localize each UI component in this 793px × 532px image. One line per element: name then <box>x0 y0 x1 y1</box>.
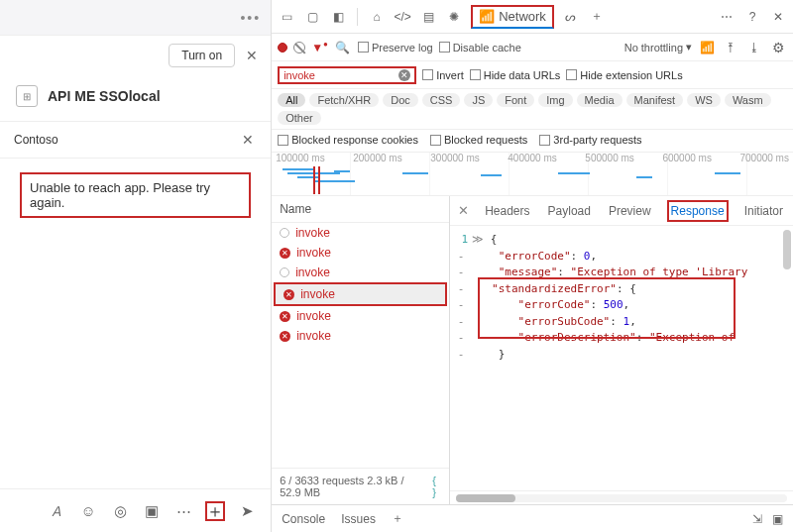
sources-icon[interactable]: ✺ <box>445 8 463 26</box>
inspect-icon[interactable]: ▭ <box>278 8 295 26</box>
filter-input[interactable] <box>283 69 383 81</box>
close-devtools-icon[interactable]: ✕ <box>769 8 787 26</box>
send-icon[interactable]: ➤ <box>237 501 257 521</box>
wifi-icon: 📶 <box>479 9 495 24</box>
hide-data-urls-checkbox[interactable]: Hide data URLs <box>470 69 561 81</box>
request-row[interactable]: ✕ invoke <box>272 306 449 326</box>
devtools-drawer: Console Issues ＋ ⇲ ▣ <box>272 504 793 532</box>
filter-toggle-icon[interactable]: ▼● <box>311 40 328 54</box>
chip-fetch-xhr[interactable]: Fetch/XHR <box>309 93 379 107</box>
turn-on-row: Turn on ✕ <box>0 36 271 77</box>
status-error-icon: ✕ <box>283 289 294 300</box>
add-drawer-tab-icon[interactable]: ＋ <box>392 510 403 527</box>
tick-label: 100000 ms <box>276 153 324 163</box>
tab-initiator[interactable]: Initiator <box>742 202 785 220</box>
sticker-icon[interactable]: ▣ <box>142 501 162 521</box>
drawer-icon-2[interactable]: ▣ <box>772 512 783 526</box>
requests-column: Name invoke ✕ invoke invoke ✕ invoke ✕ <box>272 196 450 504</box>
chip-js[interactable]: JS <box>464 93 493 107</box>
throttling-select[interactable]: No throttling ▾ <box>624 41 692 53</box>
add-extension-button[interactable]: ＋ <box>205 501 225 521</box>
network-conditions-icon[interactable]: 📶 <box>698 39 716 56</box>
more-actions-icon[interactable]: ⋯ <box>173 501 193 521</box>
chip-ws[interactable]: WS <box>687 93 721 107</box>
clear-button[interactable] <box>293 42 305 53</box>
json-icon[interactable]: { } <box>432 475 441 498</box>
drawer-icon-1[interactable]: ⇲ <box>752 512 762 526</box>
settings-icon[interactable]: ⚙ <box>769 39 787 56</box>
card-close-icon[interactable]: ✕ <box>239 132 257 148</box>
device-icon[interactable]: ▢ <box>303 8 321 26</box>
format-icon[interactable]: 𝘈 <box>47 501 66 521</box>
status-error-icon: ✕ <box>280 331 290 342</box>
clear-filter-icon[interactable]: ✕ <box>398 69 410 81</box>
vertical-scrollbar[interactable] <box>783 230 791 269</box>
devtools: ▭ ▢ ◧ ⌂ </> ▤ ✺ 📶 Network ᔕ ＋ ⋯ ? ✕ ▼● 🔍… <box>272 0 793 532</box>
tick-label: 400000 ms <box>508 153 556 163</box>
tick-label: 200000 ms <box>353 153 401 163</box>
close-icon[interactable]: ✕ <box>243 48 261 63</box>
more-tools-icon[interactable]: ⋯ <box>718 8 736 26</box>
chip-wasm[interactable]: Wasm <box>725 93 771 107</box>
home-icon[interactable]: ⌂ <box>368 8 386 26</box>
teams-top-bar: ••• <box>0 0 271 36</box>
response-body[interactable]: 1≫ { - "errorCode": 0, - "message": "Exc… <box>450 226 793 490</box>
request-row[interactable]: ✕ invoke <box>272 326 449 346</box>
help-icon[interactable]: ? <box>743 8 761 26</box>
app-title: API ME SSOlocal <box>48 88 161 104</box>
hide-extension-urls-checkbox[interactable]: Hide extension URLs <box>566 69 682 81</box>
json-value: 500 <box>604 298 623 311</box>
chip-img[interactable]: Img <box>538 93 572 107</box>
network-label: Network <box>499 9 546 24</box>
add-tab-icon[interactable]: ＋ <box>588 8 606 26</box>
request-label: invoke <box>296 309 331 323</box>
dock-icon[interactable]: ◧ <box>329 8 347 26</box>
horizontal-scrollbar[interactable] <box>456 494 787 502</box>
chip-all[interactable]: All <box>278 93 305 107</box>
summary-text: 6 / 3633 requests 2.3 kB / 52.9 MB <box>280 475 424 498</box>
drawer-tab-issues[interactable]: Issues <box>341 512 376 526</box>
tab-payload[interactable]: Payload <box>546 202 593 220</box>
tab-response[interactable]: Response <box>667 200 729 222</box>
elements-icon[interactable]: </> <box>394 8 411 26</box>
invert-checkbox[interactable]: Invert <box>422 69 464 81</box>
chip-css[interactable]: CSS <box>422 93 461 107</box>
chip-manifest[interactable]: Manifest <box>626 93 684 107</box>
json-value: "Exception of type 'Library <box>571 266 748 278</box>
status-pending-icon <box>280 228 289 238</box>
drawer-tab-console[interactable]: Console <box>282 512 325 526</box>
record-button[interactable] <box>278 43 287 53</box>
chip-media[interactable]: Media <box>577 93 623 107</box>
request-row[interactable]: invoke <box>272 263 449 282</box>
blocked-requests-checkbox[interactable]: Blocked requests <box>430 134 527 146</box>
chip-doc[interactable]: Doc <box>383 93 418 107</box>
export-icon[interactable]: ⭳ <box>745 39 763 56</box>
blocked-response-checkbox[interactable]: Blocked response cookies <box>278 134 418 146</box>
app-icon: ⊞ <box>16 85 38 107</box>
preserve-log-checkbox[interactable]: Preserve log <box>358 42 433 53</box>
request-row[interactable]: ✕ invoke <box>272 243 449 263</box>
close-details-icon[interactable]: ✕ <box>458 203 469 218</box>
tab-network[interactable]: 📶 Network <box>471 5 554 29</box>
column-header-name[interactable]: Name <box>272 196 449 223</box>
disable-cache-checkbox[interactable]: Disable cache <box>439 42 521 53</box>
request-row[interactable]: ✕ invoke <box>276 284 445 304</box>
emoji-icon[interactable]: ☺ <box>78 501 98 521</box>
type-filter-chips: All Fetch/XHR Doc CSS JS Font Img Media … <box>272 89 793 130</box>
turn-on-button[interactable]: Turn on <box>169 44 235 67</box>
chip-other[interactable]: Other <box>278 111 321 125</box>
tab-preview[interactable]: Preview <box>607 202 653 220</box>
request-row[interactable]: invoke <box>272 223 449 243</box>
console-icon[interactable]: ▤ <box>419 8 437 26</box>
chip-font[interactable]: Font <box>497 93 534 107</box>
performance-icon[interactable]: ᔕ <box>562 8 580 26</box>
waterfall-overview[interactable]: 100000 ms 200000 ms 300000 ms 400000 ms … <box>272 153 793 196</box>
third-party-checkbox[interactable]: 3rd-party requests <box>539 134 641 146</box>
request-label: invoke <box>300 287 335 301</box>
import-icon[interactable]: ⭱ <box>722 39 739 56</box>
more-icon[interactable]: ••• <box>240 10 261 26</box>
tab-headers[interactable]: Headers <box>483 202 531 220</box>
tick-label: 500000 ms <box>585 153 633 163</box>
gif-icon[interactable]: ◎ <box>110 501 130 521</box>
search-icon[interactable]: 🔍 <box>334 39 352 56</box>
